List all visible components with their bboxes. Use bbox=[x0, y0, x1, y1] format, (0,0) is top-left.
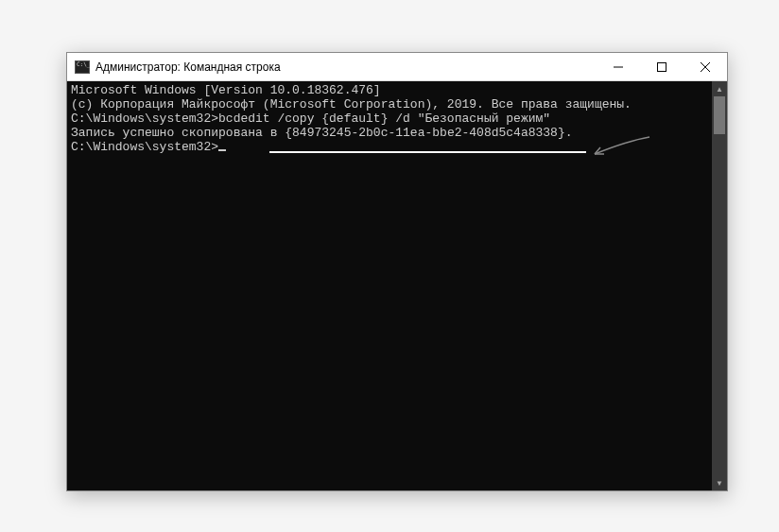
output-line: C:\Windows\system32>bcdedit /copy {defau… bbox=[71, 112, 708, 126]
maximize-button[interactable] bbox=[640, 53, 684, 80]
cmd-icon bbox=[75, 60, 90, 74]
result-guid: {84973245-2b0c-11ea-bbe2-408d5c4a8338} bbox=[285, 126, 564, 140]
console-output[interactable]: Microsoft Windows [Version 10.0.18362.47… bbox=[67, 81, 712, 490]
text-cursor bbox=[218, 149, 226, 151]
window-title: Администратор: Командная строка bbox=[95, 60, 597, 74]
close-button[interactable] bbox=[684, 53, 727, 80]
output-line: (c) Корпорация Майкрософт (Microsoft Cor… bbox=[71, 97, 708, 112]
minimize-button[interactable] bbox=[597, 53, 640, 80]
result-text: Запись успешно скопирована в bbox=[71, 126, 285, 140]
prompt-command: bcdedit /copy {default} /d "Безопасный р… bbox=[218, 112, 550, 126]
prompt-path: C:\Windows\system32> bbox=[71, 140, 218, 154]
highlight-underline bbox=[269, 151, 586, 153]
titlebar[interactable]: Администратор: Командная строка bbox=[67, 53, 727, 81]
scrollbar-thumb[interactable] bbox=[714, 96, 725, 134]
vertical-scrollbar[interactable]: ▲ ▼ bbox=[712, 81, 727, 490]
svg-rect-1 bbox=[658, 62, 666, 71]
scroll-down-arrow-icon[interactable]: ▼ bbox=[712, 475, 727, 490]
output-line: Запись успешно скопирована в {84973245-2… bbox=[71, 126, 708, 140]
command-prompt-window: Администратор: Командная строка Microsof… bbox=[66, 52, 728, 491]
prompt-path: C:\Windows\system32> bbox=[71, 112, 218, 126]
console-area: Microsoft Windows [Version 10.0.18362.47… bbox=[67, 81, 727, 490]
window-controls bbox=[597, 53, 727, 80]
result-suffix: . bbox=[565, 126, 573, 140]
scroll-up-arrow-icon[interactable]: ▲ bbox=[712, 81, 727, 96]
output-line: Microsoft Windows [Version 10.0.18362.47… bbox=[71, 83, 708, 97]
